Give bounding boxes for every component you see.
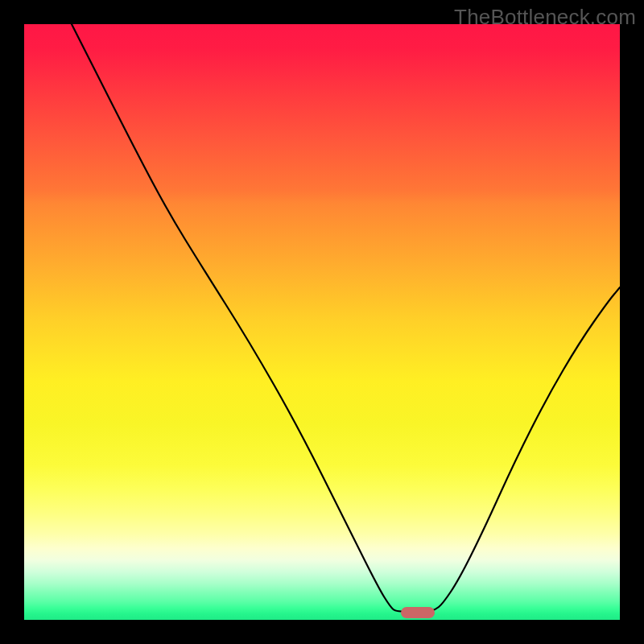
curve-path	[72, 24, 620, 612]
curve-svg	[24, 24, 620, 620]
plot-area	[24, 24, 620, 620]
attribution-text: TheBottleneck.com	[454, 5, 636, 30]
chart-frame: TheBottleneck.com	[0, 0, 644, 644]
optimum-marker	[401, 607, 435, 618]
